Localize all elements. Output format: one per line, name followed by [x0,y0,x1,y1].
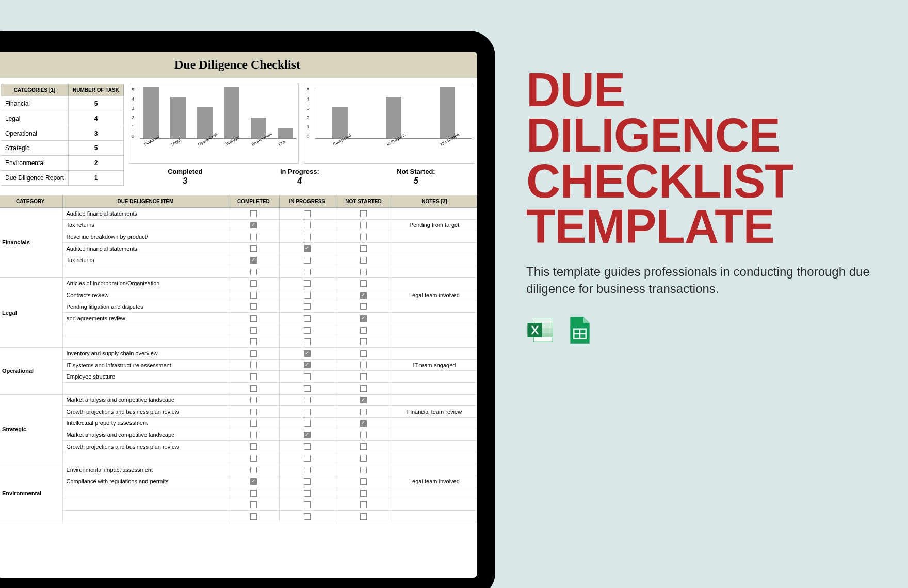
checkbox-cell[interactable] [228,440,279,452]
checkbox-cell[interactable] [279,336,335,348]
checkbox[interactable] [250,455,257,462]
checkbox[interactable] [250,303,257,310]
checkbox-cell[interactable] [279,417,335,429]
checkbox[interactable] [304,222,311,228]
checkbox[interactable] [250,432,257,438]
checkbox[interactable] [360,257,367,264]
checkbox-cell[interactable] [279,382,335,394]
checkbox-cell[interactable] [279,371,335,383]
checkbox[interactable] [304,210,311,217]
checkbox-cell[interactable] [279,394,335,406]
checkbox-cell[interactable] [228,417,279,429]
checkbox-cell[interactable] [279,464,335,476]
checkbox-cell[interactable] [279,313,335,324]
checkbox[interactable] [250,222,257,228]
checkbox[interactable] [304,338,311,345]
checkbox-cell[interactable] [335,277,392,289]
checkbox-cell[interactable] [228,359,279,371]
checkbox-cell[interactable] [279,406,335,418]
checkbox[interactable] [360,455,367,462]
checkbox[interactable] [250,362,257,368]
checkbox-cell[interactable] [279,429,335,441]
checkbox-cell[interactable] [228,313,279,324]
checkbox[interactable] [304,292,311,299]
checkbox-cell[interactable] [335,242,392,254]
checkbox[interactable] [250,234,257,240]
checkbox[interactable] [360,245,367,252]
checkbox[interactable] [304,245,311,252]
checkbox[interactable] [250,420,257,427]
checkbox[interactable] [250,315,257,322]
checkbox[interactable] [360,385,367,392]
checkbox[interactable] [360,513,367,520]
checkbox-cell[interactable] [335,208,392,220]
checkbox[interactable] [304,327,311,334]
checkbox-cell[interactable] [228,394,279,406]
checkbox-cell[interactable] [228,266,279,277]
checkbox-cell[interactable] [335,476,392,487]
checkbox-cell[interactable] [228,487,279,499]
checkbox-cell[interactable] [228,324,279,336]
checkbox-cell[interactable] [335,452,392,464]
checkbox[interactable] [250,210,257,217]
checkbox[interactable] [360,490,367,497]
checkbox-cell[interactable] [335,394,392,406]
checkbox[interactable] [250,269,257,275]
checkbox-cell[interactable] [279,242,335,254]
checkbox[interactable] [304,420,311,427]
checkbox[interactable] [250,280,257,287]
checkbox-cell[interactable] [279,440,335,452]
checkbox-cell[interactable] [228,429,279,441]
checkbox-cell[interactable] [279,219,335,231]
checkbox-cell[interactable] [279,208,335,220]
checkbox-cell[interactable] [279,254,335,266]
checkbox-cell[interactable] [228,219,279,231]
checkbox-cell[interactable] [279,348,335,360]
checkbox[interactable] [250,490,257,497]
checkbox-cell[interactable] [228,511,279,522]
checkbox-cell[interactable] [279,487,335,499]
checkbox[interactable] [250,338,257,345]
checkbox-cell[interactable] [228,464,279,476]
checkbox[interactable] [304,350,311,357]
checkbox[interactable] [304,373,311,380]
checkbox[interactable] [304,409,311,415]
checkbox-cell[interactable] [279,359,335,371]
checkbox-cell[interactable] [228,406,279,418]
checkbox-cell[interactable] [335,417,392,429]
checkbox[interactable] [304,501,311,508]
checkbox-cell[interactable] [335,254,392,266]
checkbox[interactable] [304,234,311,240]
checkbox[interactable] [250,409,257,415]
checkbox[interactable] [304,280,311,287]
checkbox[interactable] [304,303,311,310]
checkbox-cell[interactable] [335,301,392,313]
checkbox[interactable] [360,303,367,310]
checkbox-cell[interactable] [335,359,392,371]
checkbox-cell[interactable] [279,266,335,277]
checkbox[interactable] [250,385,257,392]
checkbox[interactable] [304,397,311,403]
checkbox-cell[interactable] [335,406,392,418]
checkbox[interactable] [360,327,367,334]
checkbox[interactable] [250,327,257,334]
checkbox[interactable] [250,350,257,357]
checkbox[interactable] [360,443,367,450]
checkbox[interactable] [250,373,257,380]
checkbox-cell[interactable] [228,499,279,511]
checkbox[interactable] [360,501,367,508]
checkbox-cell[interactable] [228,231,279,243]
checkbox-cell[interactable] [228,277,279,289]
checkbox[interactable] [304,467,311,473]
checkbox-cell[interactable] [335,219,392,231]
checkbox-cell[interactable] [228,348,279,360]
checkbox[interactable] [360,467,367,473]
checkbox-cell[interactable] [228,452,279,464]
checkbox-cell[interactable] [279,324,335,336]
checkbox[interactable] [304,432,311,438]
checkbox-cell[interactable] [335,371,392,383]
checkbox-cell[interactable] [335,231,392,243]
checkbox-cell[interactable] [228,382,279,394]
checkbox[interactable] [360,420,367,427]
checkbox[interactable] [250,397,257,403]
